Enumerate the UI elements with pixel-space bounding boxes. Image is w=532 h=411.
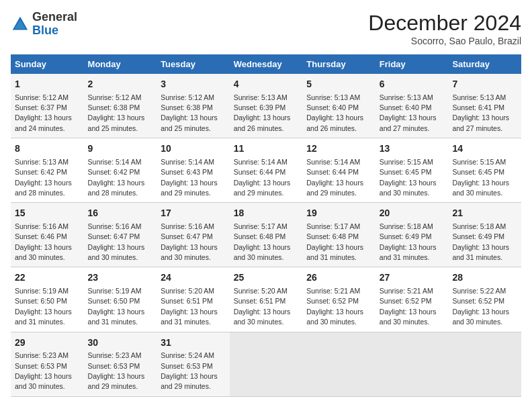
sunset-info: Sunset: 6:49 PM bbox=[452, 232, 504, 240]
calendar-week-row: 29 Sunrise: 5:23 AM Sunset: 6:53 PM Dayl… bbox=[11, 332, 521, 396]
day-number: 13 bbox=[380, 142, 445, 156]
day-number: 4 bbox=[234, 78, 299, 91]
sunrise-info: Sunrise: 5:23 AM bbox=[88, 351, 142, 359]
day-number: 24 bbox=[161, 271, 226, 285]
sunrise-info: Sunrise: 5:23 AM bbox=[15, 351, 69, 359]
day-number: 6 bbox=[380, 78, 445, 91]
sunset-info: Sunset: 6:40 PM bbox=[306, 103, 359, 111]
sunset-info: Sunset: 6:47 PM bbox=[161, 232, 213, 240]
calendar-cell: 19 Sunrise: 5:17 AM Sunset: 6:48 PM Dayl… bbox=[302, 203, 375, 267]
day-number: 23 bbox=[88, 271, 153, 285]
day-number: 25 bbox=[234, 271, 299, 285]
calendar-cell: 25 Sunrise: 5:20 AM Sunset: 6:51 PM Dayl… bbox=[230, 267, 303, 332]
calendar-cell: 5 Sunrise: 5:13 AM Sunset: 6:40 PM Dayli… bbox=[302, 74, 375, 138]
sunset-info: Sunset: 6:53 PM bbox=[88, 362, 140, 370]
daylight-label: Daylight: 13 hours and 30 minutes. bbox=[452, 308, 509, 326]
sunset-info: Sunset: 6:38 PM bbox=[161, 103, 213, 111]
calendar-cell bbox=[230, 332, 303, 396]
calendar-cell: 2 Sunrise: 5:12 AM Sunset: 6:38 PM Dayli… bbox=[84, 74, 157, 138]
sunrise-info: Sunrise: 5:22 AM bbox=[452, 287, 506, 295]
daylight-label: Daylight: 13 hours and 31 minutes. bbox=[88, 308, 145, 326]
logo: General Blue bbox=[11, 11, 77, 38]
sunrise-info: Sunrise: 5:13 AM bbox=[306, 93, 360, 101]
daylight-label: Daylight: 13 hours and 30 minutes. bbox=[234, 308, 291, 326]
weekday-header-tuesday: Tuesday bbox=[157, 54, 230, 74]
daylight-label: Daylight: 13 hours and 30 minutes. bbox=[15, 243, 72, 261]
sunrise-info: Sunrise: 5:19 AM bbox=[15, 287, 69, 295]
calendar-table: SundayMondayTuesdayWednesdayThursdayFrid… bbox=[11, 54, 521, 397]
logo-icon bbox=[11, 15, 30, 34]
day-number: 21 bbox=[452, 207, 517, 220]
day-number: 29 bbox=[15, 336, 80, 350]
sunrise-info: Sunrise: 5:18 AM bbox=[452, 222, 506, 230]
daylight-label: Daylight: 13 hours and 26 minutes. bbox=[234, 113, 291, 132]
day-number: 19 bbox=[306, 207, 371, 220]
daylight-label: Daylight: 13 hours and 30 minutes. bbox=[88, 243, 145, 261]
day-number: 10 bbox=[161, 142, 226, 156]
calendar-week-row: 1 Sunrise: 5:12 AM Sunset: 6:37 PM Dayli… bbox=[11, 74, 521, 138]
daylight-label: Daylight: 13 hours and 27 minutes. bbox=[380, 113, 437, 132]
day-number: 5 bbox=[306, 78, 371, 91]
calendar-cell: 20 Sunrise: 5:18 AM Sunset: 6:49 PM Dayl… bbox=[375, 203, 449, 267]
sunrise-info: Sunrise: 5:16 AM bbox=[15, 222, 69, 230]
sunset-info: Sunset: 6:50 PM bbox=[88, 297, 140, 305]
sunset-info: Sunset: 6:51 PM bbox=[161, 297, 213, 305]
daylight-label: Daylight: 13 hours and 30 minutes. bbox=[452, 179, 509, 197]
calendar-cell: 13 Sunrise: 5:15 AM Sunset: 6:45 PM Dayl… bbox=[375, 138, 449, 203]
sunset-info: Sunset: 6:39 PM bbox=[234, 103, 286, 111]
daylight-label: Daylight: 13 hours and 29 minutes. bbox=[306, 179, 363, 197]
calendar-cell: 9 Sunrise: 5:14 AM Sunset: 6:42 PM Dayli… bbox=[84, 138, 157, 203]
sunrise-info: Sunrise: 5:20 AM bbox=[234, 287, 287, 295]
sunrise-info: Sunrise: 5:20 AM bbox=[161, 287, 214, 295]
calendar-cell: 28 Sunrise: 5:22 AM Sunset: 6:52 PM Dayl… bbox=[448, 267, 521, 332]
sunrise-info: Sunrise: 5:21 AM bbox=[380, 287, 433, 295]
weekday-header-monday: Monday bbox=[84, 54, 157, 74]
weekday-header-row: SundayMondayTuesdayWednesdayThursdayFrid… bbox=[11, 54, 521, 74]
logo-general-text: General bbox=[32, 10, 77, 24]
day-number: 14 bbox=[452, 142, 517, 156]
calendar-cell: 7 Sunrise: 5:13 AM Sunset: 6:41 PM Dayli… bbox=[448, 74, 521, 138]
calendar-cell: 26 Sunrise: 5:21 AM Sunset: 6:52 PM Dayl… bbox=[302, 267, 375, 332]
sunset-info: Sunset: 6:49 PM bbox=[380, 232, 432, 240]
daylight-label: Daylight: 13 hours and 30 minutes. bbox=[380, 179, 437, 197]
sunset-info: Sunset: 6:41 PM bbox=[452, 103, 504, 111]
sunset-info: Sunset: 6:42 PM bbox=[88, 168, 140, 176]
sunset-info: Sunset: 6:46 PM bbox=[15, 232, 67, 240]
calendar-cell: 6 Sunrise: 5:13 AM Sunset: 6:40 PM Dayli… bbox=[375, 74, 449, 138]
calendar-cell bbox=[375, 332, 449, 396]
sunset-info: Sunset: 6:52 PM bbox=[306, 297, 359, 305]
calendar-cell bbox=[302, 332, 375, 396]
daylight-label: Daylight: 13 hours and 29 minutes. bbox=[234, 179, 291, 197]
sunset-info: Sunset: 6:42 PM bbox=[15, 168, 67, 176]
sunrise-info: Sunrise: 5:13 AM bbox=[452, 93, 506, 101]
calendar-cell: 11 Sunrise: 5:14 AM Sunset: 6:44 PM Dayl… bbox=[230, 138, 303, 203]
calendar-cell: 8 Sunrise: 5:13 AM Sunset: 6:42 PM Dayli… bbox=[11, 138, 84, 203]
daylight-label: Daylight: 13 hours and 25 minutes. bbox=[88, 113, 145, 132]
sunset-info: Sunset: 6:38 PM bbox=[88, 103, 140, 111]
day-number: 27 bbox=[380, 271, 445, 285]
day-number: 28 bbox=[452, 271, 517, 285]
day-number: 12 bbox=[306, 142, 371, 156]
day-number: 26 bbox=[306, 271, 371, 285]
calendar-cell: 14 Sunrise: 5:15 AM Sunset: 6:45 PM Dayl… bbox=[448, 138, 521, 203]
sunrise-info: Sunrise: 5:14 AM bbox=[161, 158, 214, 166]
calendar-cell: 3 Sunrise: 5:12 AM Sunset: 6:38 PM Dayli… bbox=[157, 74, 230, 138]
calendar-cell: 10 Sunrise: 5:14 AM Sunset: 6:43 PM Dayl… bbox=[157, 138, 230, 203]
calendar-cell: 21 Sunrise: 5:18 AM Sunset: 6:49 PM Dayl… bbox=[448, 203, 521, 267]
sunset-info: Sunset: 6:44 PM bbox=[306, 168, 359, 176]
day-number: 2 bbox=[88, 78, 153, 91]
sunrise-info: Sunrise: 5:15 AM bbox=[380, 158, 433, 166]
page-header: General Blue December 2024 Socorro, Sao … bbox=[11, 11, 521, 46]
sunset-info: Sunset: 6:53 PM bbox=[161, 362, 213, 370]
sunrise-info: Sunrise: 5:12 AM bbox=[161, 93, 214, 101]
daylight-label: Daylight: 13 hours and 27 minutes. bbox=[452, 113, 509, 132]
sunrise-info: Sunrise: 5:19 AM bbox=[88, 287, 142, 295]
weekday-header-sunday: Sunday bbox=[11, 54, 84, 74]
day-number: 22 bbox=[15, 271, 80, 285]
sunset-info: Sunset: 6:52 PM bbox=[380, 297, 432, 305]
sunset-info: Sunset: 6:45 PM bbox=[452, 168, 504, 176]
daylight-label: Daylight: 13 hours and 31 minutes. bbox=[15, 308, 72, 326]
sunrise-info: Sunrise: 5:24 AM bbox=[161, 351, 214, 359]
weekday-header-wednesday: Wednesday bbox=[230, 54, 303, 74]
sunset-info: Sunset: 6:47 PM bbox=[88, 232, 140, 240]
